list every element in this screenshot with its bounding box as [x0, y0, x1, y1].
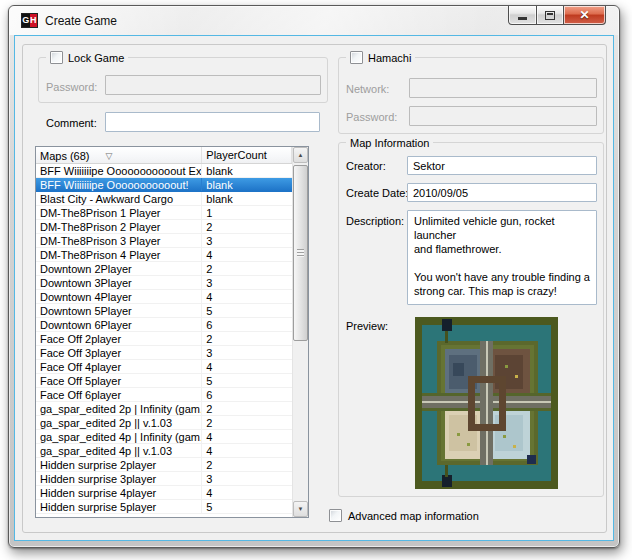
preview-label: Preview:: [346, 320, 388, 332]
player-count-cell: 4: [202, 360, 292, 373]
lock-password-label: Password:: [46, 81, 97, 93]
creator-input[interactable]: [407, 156, 597, 175]
map-preview-image: [415, 317, 558, 489]
minimize-button[interactable]: [508, 6, 537, 25]
titlebar[interactable]: GH Create Game ✕: [9, 6, 619, 35]
list-item[interactable]: ga_spar_edited 4p || v.1.034: [36, 444, 292, 458]
map-name-cell: DM-The8Prison 3 Player: [36, 234, 202, 247]
list-item[interactable]: Face Off 5player5: [36, 374, 292, 388]
player-count-cell: 5: [202, 500, 292, 513]
app-icon: GH: [21, 13, 38, 28]
map-name-cell: Hidden surprise 2player: [36, 458, 202, 471]
list-item[interactable]: Downtown 4Player4: [36, 290, 292, 304]
client-area: Lock Game Password: Comment: Maps (68) ▽…: [14, 35, 614, 541]
close-icon: ✕: [579, 7, 589, 24]
map-name-cell: DM-The8Prison 4 Player: [36, 248, 202, 261]
player-count-cell: 3: [202, 472, 292, 485]
player-count-cell: blank: [202, 192, 292, 205]
list-item[interactable]: BFF Wiiiiiiipe Ooooooooooout!blank: [36, 178, 292, 192]
player-count-cell: 4: [202, 430, 292, 443]
map-name-cell: Downtown 5Player: [36, 304, 202, 317]
list-item[interactable]: Downtown 2Player2: [36, 262, 292, 276]
lock-game-checkbox[interactable]: [50, 51, 63, 64]
player-count-cell: 1: [202, 206, 292, 219]
list-item[interactable]: ga_spar_edited 4p | Infinity (gam...4: [36, 430, 292, 444]
player-count-cell: 2: [202, 262, 292, 275]
list-item[interactable]: Hidden surprise 3player3: [36, 472, 292, 486]
maximize-button[interactable]: [536, 6, 564, 25]
hamachi-password-input[interactable]: [409, 106, 597, 126]
player-count-cell: 3: [202, 276, 292, 289]
player-count-cell: 2: [202, 458, 292, 471]
list-item[interactable]: Face Off 6player6: [36, 388, 292, 402]
list-item[interactable]: DM-The8Prison 2 Player2: [36, 220, 292, 234]
player-count-cell: blank: [202, 178, 292, 191]
close-button[interactable]: ✕: [563, 6, 606, 25]
map-name-cell: DM-The8Prison 1 Player: [36, 206, 202, 219]
window-title: Create Game: [45, 14, 117, 28]
map-name-cell: Hidden surprise 5player: [36, 500, 202, 513]
list-item[interactable]: Face Off 3player3: [36, 346, 292, 360]
list-item[interactable]: ga_spar_edited 2p | Infinity (gam...2: [36, 402, 292, 416]
hamachi-network-input[interactable]: [409, 78, 597, 98]
list-item[interactable]: Face Off 2player2: [36, 332, 292, 346]
maps-column-header[interactable]: Maps (68) ▽: [36, 147, 202, 163]
map-name-cell: ga_spar_edited 4p | Infinity (gam...: [36, 430, 202, 443]
player-count-cell: 2: [202, 332, 292, 345]
list-item[interactable]: Hidden surprise 4player4: [36, 486, 292, 500]
map-name-cell: Downtown 6Player: [36, 318, 202, 331]
sort-indicator-icon: ▽: [106, 151, 113, 161]
list-item[interactable]: Downtown 5Player5: [36, 304, 292, 318]
comment-input[interactable]: [105, 112, 320, 132]
map-information-group: Map Information Creator: Create Date: De…: [338, 142, 604, 497]
list-item[interactable]: Downtown 3Player3: [36, 276, 292, 290]
map-name-cell: ga_spar_edited 2p || v.1.03: [36, 416, 202, 429]
map-name-cell: ga_spar_edited 2p | Infinity (gam...: [36, 402, 202, 415]
maps-column-label: Maps (68): [40, 150, 90, 162]
window-controls: ✕: [509, 6, 606, 25]
create-date-input[interactable]: [407, 183, 597, 202]
list-item[interactable]: DM-The8Prison 4 Player4: [36, 248, 292, 262]
list-item[interactable]: Hidden surprise 5player5: [36, 500, 292, 514]
map-name-cell: BFF Wiiiiiiipe Ooooooooooout Extr...: [36, 164, 202, 177]
scroll-down-button[interactable]: ▼: [293, 501, 308, 517]
map-name-cell: Face Off 2player: [36, 332, 202, 345]
player-count-cell: blank: [202, 164, 292, 177]
map-name-cell: Downtown 2Player: [36, 262, 202, 275]
list-item[interactable]: BFF Wiiiiiiipe Ooooooooooout Extr...blan…: [36, 164, 292, 178]
hamachi-group: Hamachi Network: Password:: [338, 57, 604, 134]
list-item[interactable]: Face Off 4player4: [36, 360, 292, 374]
hamachi-label: Hamachi: [368, 52, 411, 64]
player-count-cell: 2: [202, 220, 292, 233]
minimize-icon: [518, 17, 527, 20]
list-item[interactable]: DM-The8Prison 1 Player1: [36, 206, 292, 220]
description-box[interactable]: Unlimited vehicle gun, rocket launcher a…: [407, 210, 597, 305]
hamachi-checkbox[interactable]: [350, 51, 363, 64]
list-item[interactable]: Downtown 6Player6: [36, 318, 292, 332]
app-icon-g: G: [22, 14, 30, 27]
map-name-cell: Hidden surprise 3player: [36, 472, 202, 485]
maximize-icon: [545, 11, 555, 20]
map-name-cell: ga_spar_edited 4p || v.1.03: [36, 444, 202, 457]
scrollbar-thumb[interactable]: [293, 165, 308, 341]
list-item[interactable]: Blast City - Awkward Cargoblank: [36, 192, 292, 206]
map-name-cell: DM-The8Prison 2 Player: [36, 220, 202, 233]
maps-list-header: Maps (68) ▽ PlayerCount: [36, 147, 292, 164]
maps-list-scrollbar[interactable]: ▲ ▼: [292, 147, 308, 517]
player-count-cell: 4: [202, 444, 292, 457]
map-name-cell: Hidden surprise 4player: [36, 486, 202, 499]
lock-password-input[interactable]: [105, 75, 321, 95]
advanced-map-information-row: Advanced map information: [329, 509, 479, 522]
playercount-column-header[interactable]: PlayerCount: [202, 147, 292, 163]
map-name-cell: Face Off 6player: [36, 388, 202, 401]
maps-list-rows: BFF Wiiiiiiipe Ooooooooooout Extr...blan…: [36, 164, 292, 517]
player-count-cell: 3: [202, 346, 292, 359]
list-item[interactable]: ga_spar_edited 2p || v.1.032: [36, 416, 292, 430]
player-count-cell: 6: [202, 318, 292, 331]
player-count-cell: 2: [202, 402, 292, 415]
hamachi-password-label: Password:: [346, 111, 397, 123]
scroll-up-button[interactable]: ▲: [293, 147, 308, 163]
list-item[interactable]: DM-The8Prison 3 Player3: [36, 234, 292, 248]
list-item[interactable]: Hidden surprise 2player2: [36, 458, 292, 472]
advanced-map-information-checkbox[interactable]: [329, 509, 342, 522]
